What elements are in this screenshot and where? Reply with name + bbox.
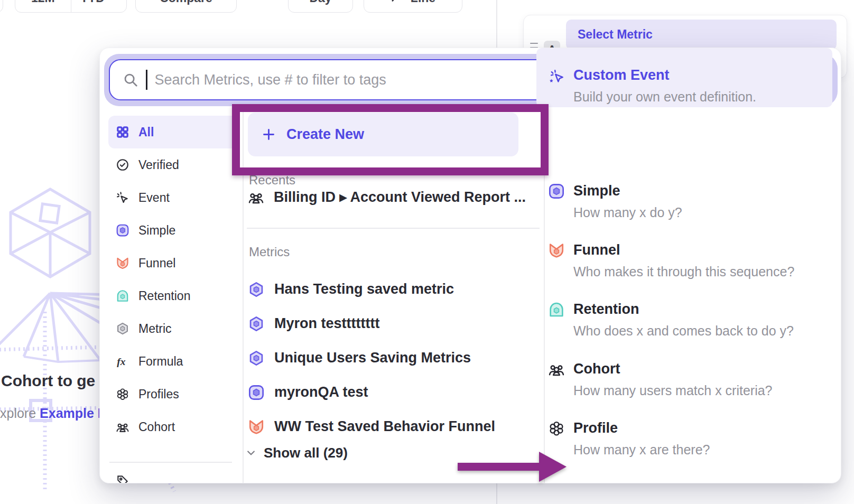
recent-item[interactable]: Billing ID ▸ Account Viewed Report ...: [248, 181, 526, 213]
saved-metrics-list: Hans Testing saved metric Myron testtttt…: [248, 272, 537, 444]
create-new-button[interactable]: Create New: [248, 113, 518, 156]
sidebar-item-all[interactable]: All: [108, 116, 239, 148]
event-icon: [116, 191, 129, 204]
cohort-icon: [548, 361, 565, 378]
sidebar-item-formula[interactable]: fx Formula: [108, 345, 239, 378]
metric-type-profile[interactable]: Profile How many x are there?: [536, 401, 832, 478]
metric-type-retention[interactable]: Retention Who does x and comes back to d…: [536, 282, 832, 341]
metric-picker-dropdown: All Verified Event Simple Funnel: [99, 48, 841, 483]
grid-icon: [116, 125, 129, 139]
metric-type-cohort[interactable]: Cohort How many users match x criteria?: [536, 342, 832, 401]
simple-icon: [116, 223, 129, 237]
range-ytd-button[interactable]: YTD: [71, 0, 127, 12]
plus-icon: [262, 127, 276, 142]
sidebar-item-metric[interactable]: Metric: [108, 312, 239, 345]
formula-icon: fx: [116, 354, 129, 368]
sidebar-item-verified[interactable]: Verified: [108, 148, 239, 181]
example-link[interactable]: Example I: [40, 406, 101, 421]
date-range-group: 12M YTD: [15, 0, 127, 13]
retention-icon: [548, 301, 565, 318]
sidebar-item-profiles[interactable]: Profiles: [108, 378, 239, 410]
profiles-icon: [548, 420, 565, 437]
metric-type-funnel[interactable]: Funnel Who makes it through this sequenc…: [536, 223, 832, 282]
column-divider: [243, 111, 244, 483]
sidebar-item-funnel[interactable]: Funnel: [108, 247, 239, 279]
simple-icon: [248, 384, 265, 401]
text-cursor: [146, 70, 147, 90]
tag-icon: [116, 474, 129, 483]
empty-state-subtext: xplore Example I: [0, 406, 101, 421]
sidebar-item-simple[interactable]: Simple: [108, 214, 239, 247]
hex-purple-icon: [248, 315, 265, 332]
search-icon: [123, 72, 138, 88]
profiles-icon: [116, 387, 129, 401]
select-metric-pill[interactable]: Select Metric: [566, 20, 837, 50]
custom-event-icon: [548, 67, 565, 84]
saved-metric-item-myron-testttttttt[interactable]: Myron testttttttt: [248, 306, 537, 341]
simple-icon: [548, 183, 565, 200]
funnel-icon: [248, 418, 265, 435]
saved-metric-item-hans-testing-saved-metric[interactable]: Hans Testing saved metric: [248, 272, 537, 306]
line-chart-icon: [391, 0, 404, 5]
funnel-icon: [548, 242, 565, 259]
metric-icon: [116, 322, 129, 335]
metric-type-simple[interactable]: Simple How many x do y?: [536, 164, 832, 223]
saved-metric-item-unique-users-saving-metrics[interactable]: Unique Users Saving Metrics: [248, 341, 537, 375]
chevron-down-icon: [109, 0, 117, 2]
metrics-section-label: Metrics: [249, 245, 290, 259]
sidebar-item-cohort[interactable]: Cohort: [108, 410, 239, 443]
range-12m-button[interactable]: 12M: [15, 0, 71, 12]
svg-text:fx: fx: [117, 356, 125, 367]
sidebar-item-tags-clipped[interactable]: [116, 474, 129, 483]
chevron-down-icon: [246, 447, 256, 458]
hex-purple-icon: [248, 350, 265, 367]
retention-icon: [116, 289, 129, 303]
empty-state-headline: Cohort to ge: [1, 372, 95, 390]
funnel-icon: [116, 256, 129, 270]
category-list: All Verified Event Simple Funnel: [108, 116, 239, 443]
compare-button[interactable]: Compare: [135, 0, 237, 13]
toolbar-button-fragment[interactable]: [0, 0, 3, 13]
sidebar-item-retention[interactable]: Retention: [108, 279, 239, 312]
metric-type-custom-event[interactable]: Custom Event Build your own event defini…: [536, 48, 832, 107]
verified-icon: [116, 158, 129, 172]
sidebar-item-event[interactable]: Event: [108, 181, 239, 214]
line-chart-type-button[interactable]: Line: [364, 0, 462, 13]
sidebar-divider: [109, 462, 232, 463]
recents-list: Billing ID ▸ Account Viewed Report ...: [248, 181, 526, 213]
show-all-toggle[interactable]: Show all (29): [246, 441, 348, 464]
section-divider: [247, 228, 540, 229]
day-granularity-button[interactable]: Day: [288, 0, 353, 13]
saved-metric-item-ww-test-saved-behavior-funnel[interactable]: WW Test Saved Behavior Funnel: [248, 409, 537, 444]
hex-purple-icon: [248, 281, 265, 298]
cohort-icon: [248, 189, 264, 206]
saved-metric-item-myronqa-test[interactable]: myronQA test: [248, 375, 537, 409]
cohort-icon: [116, 420, 129, 434]
